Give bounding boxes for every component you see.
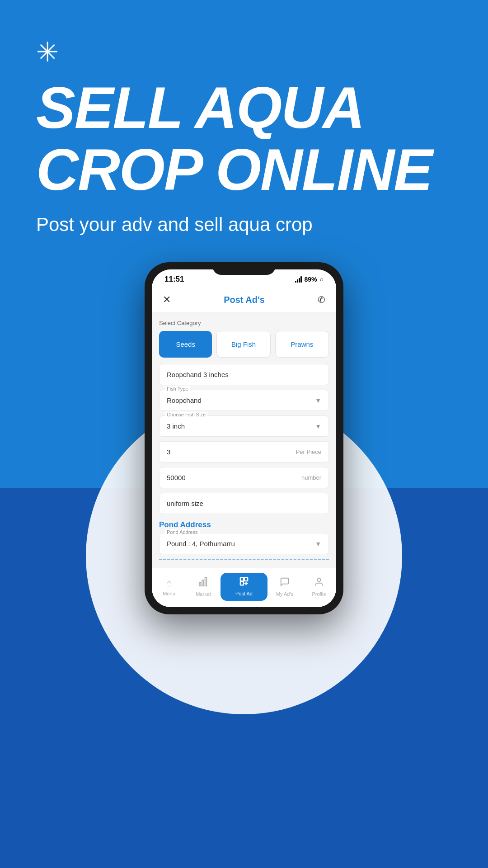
- bottom-nav: ⌂ Menu Market: [152, 568, 336, 607]
- nav-market[interactable]: Market: [186, 577, 221, 597]
- phone-outer: 11:51 89% ○ ✕ Post Ad's ✆: [145, 262, 343, 614]
- svg-rect-3: [240, 578, 244, 581]
- nav-my-ads-label: My Ad's: [276, 591, 293, 597]
- nav-post-ad[interactable]: Post Ad: [221, 573, 267, 601]
- category-seeds[interactable]: Seeds: [159, 331, 212, 358]
- nav-my-ads[interactable]: My Ad's: [267, 577, 302, 597]
- phone-call-icon[interactable]: ✆: [318, 294, 325, 305]
- fish-size-arrow-icon: ▼: [315, 423, 321, 430]
- fish-name-field[interactable]: Roopchand 3 inches: [159, 364, 329, 385]
- nav-menu[interactable]: ⌂ Menu: [152, 577, 186, 596]
- status-time: 11:51: [164, 275, 184, 284]
- my-ads-icon: [280, 577, 290, 590]
- app-header: ✕ Post Ad's ✆: [152, 288, 336, 312]
- header-content: ✳ SELL AQUA CROP ONLINE Post your adv an…: [36, 36, 432, 236]
- phone-mockup: 11:51 89% ○ ✕ Post Ad's ✆: [145, 262, 343, 614]
- nav-market-label: Market: [196, 591, 211, 597]
- quantity-field[interactable]: 50000 number: [159, 467, 329, 488]
- svg-rect-4: [244, 578, 248, 581]
- fish-size-field[interactable]: Choose Fish Size 3 inch ▼: [159, 415, 329, 437]
- dashed-separator: [159, 559, 329, 561]
- price-suffix: Per Piece: [296, 448, 321, 455]
- svg-rect-5: [240, 582, 244, 585]
- market-icon: [198, 577, 208, 590]
- category-bigfish[interactable]: Big Fish: [216, 331, 270, 358]
- battery-icon: 89%: [305, 276, 317, 283]
- star-icon: ✳: [36, 36, 432, 68]
- svg-rect-1: [202, 580, 204, 586]
- app-content: Select Category Seeds Big Fish Prawns Ro…: [152, 312, 336, 568]
- menu-icon: ⌂: [166, 577, 172, 589]
- category-label: Select Category: [159, 320, 329, 326]
- nav-post-label: Post Ad: [235, 591, 253, 596]
- phone-notch: [212, 262, 276, 275]
- nav-profile-label: Profile: [312, 591, 326, 597]
- notes-field[interactable]: uniform size: [159, 493, 329, 514]
- status-icons: 89% ○: [295, 276, 324, 283]
- svg-rect-2: [205, 578, 207, 586]
- pond-address-label: Pond Address: [165, 529, 200, 535]
- pond-address-field[interactable]: Pond Address Pound : 4, Pothumarru ▼: [159, 533, 329, 554]
- fish-size-label: Choose Fish Size: [165, 412, 207, 417]
- post-ad-icon: [239, 576, 249, 589]
- phone-screen: 11:51 89% ○ ✕ Post Ad's ✆: [152, 269, 336, 607]
- nav-profile[interactable]: Profile: [302, 577, 336, 597]
- svg-point-8: [317, 578, 320, 581]
- nav-menu-label: Menu: [163, 591, 175, 596]
- close-button[interactable]: ✕: [163, 294, 171, 306]
- page-container: ✳ SELL AQUA CROP ONLINE Post your adv an…: [0, 0, 488, 868]
- fish-name-value: Roopchand 3 inches: [167, 371, 229, 378]
- price-value: 3: [167, 448, 170, 456]
- signal-icon: [295, 276, 302, 283]
- category-row: Seeds Big Fish Prawns: [159, 331, 329, 358]
- main-title: SELL AQUA CROP ONLINE: [36, 77, 432, 200]
- price-field[interactable]: 3 Per Piece: [159, 441, 329, 462]
- battery-outline: ○: [320, 276, 324, 283]
- fish-type-label: Fish Type: [165, 386, 190, 392]
- notes-value: uniform size: [167, 500, 203, 507]
- fish-type-value: Roopchand: [167, 396, 202, 404]
- svg-rect-0: [199, 583, 201, 586]
- app-title: Post Ad's: [224, 295, 265, 305]
- pond-address-title: Pond Address: [159, 520, 329, 529]
- pond-address-value: Pound : 4, Pothumarru: [167, 540, 235, 547]
- quantity-value: 50000: [167, 474, 186, 481]
- subtitle: Post your adv and sell aqua crop: [36, 214, 432, 236]
- quantity-suffix: number: [301, 474, 321, 481]
- fish-type-arrow-icon: ▼: [315, 397, 321, 404]
- fish-size-value: 3 inch: [167, 422, 185, 430]
- fish-type-field[interactable]: Fish Type Roopchand ▼: [159, 390, 329, 411]
- pond-address-arrow-icon: ▼: [315, 540, 321, 547]
- category-prawns[interactable]: Prawns: [275, 331, 329, 358]
- profile-icon: [314, 577, 324, 590]
